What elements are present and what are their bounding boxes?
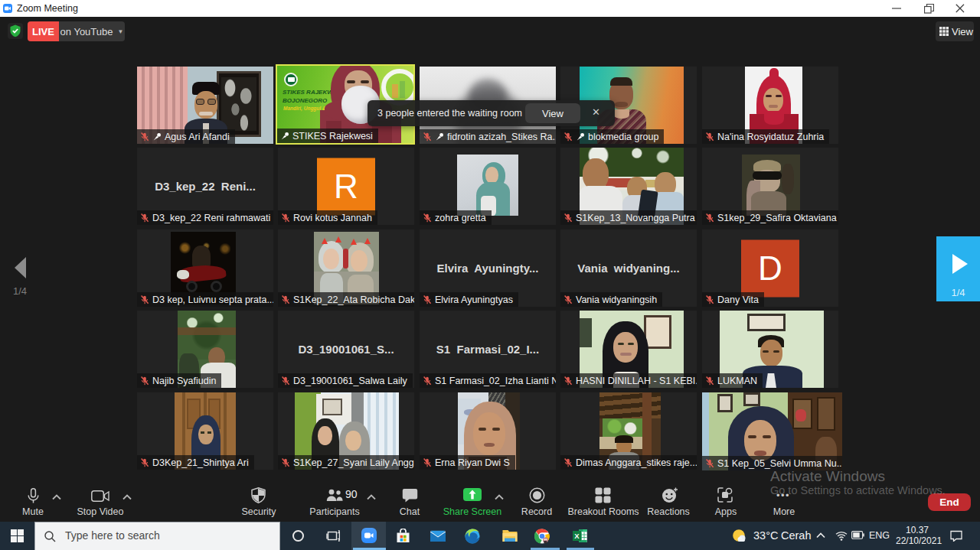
svg-text:X: X: [574, 532, 580, 540]
